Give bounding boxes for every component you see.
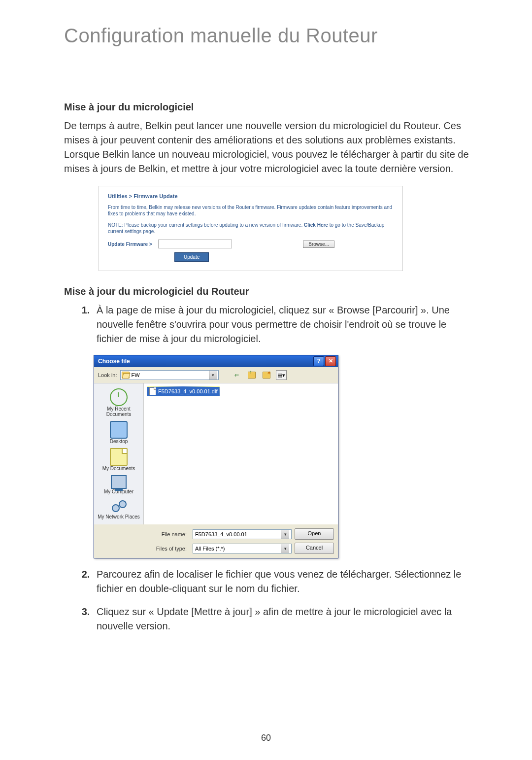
dialog-title: Choose file bbox=[98, 358, 130, 365]
file-list[interactable]: F5D7633_4_v0.00.01.dlf bbox=[144, 383, 338, 524]
documents-icon bbox=[110, 448, 128, 466]
network-icon bbox=[111, 498, 127, 514]
steps-list-cont: Parcourez afin de localiser le fichier q… bbox=[64, 567, 473, 633]
place-my-recent-documents[interactable]: My Recent Documents bbox=[97, 388, 141, 417]
place-my-network-places[interactable]: My Network Places bbox=[97, 498, 141, 519]
step-2: Parcourez afin de localiser le fichier q… bbox=[93, 567, 473, 596]
folder-icon bbox=[122, 372, 130, 379]
file-dialog: Choose file ? ✕ Look in: FW ▾ ⇐ ↑ ✶ ▤▾ bbox=[94, 355, 338, 558]
place-desktop[interactable]: Desktop bbox=[97, 421, 141, 444]
chevron-down-icon: ▾ bbox=[209, 371, 217, 380]
place-my-computer[interactable]: My Computer bbox=[97, 475, 141, 494]
breadcrumb: Utilities > Firmware Update bbox=[108, 193, 394, 199]
browse-button[interactable]: Browse... bbox=[303, 241, 334, 248]
file-icon bbox=[149, 387, 156, 395]
fw-note-pre: NOTE: Please backup your current setting… bbox=[108, 222, 304, 228]
firmware-file-input[interactable] bbox=[158, 240, 232, 248]
page-title: Configuration manuelle du Routeur bbox=[64, 25, 473, 47]
dialog-toolbar: Look in: FW ▾ ⇐ ↑ ✶ ▤▾ bbox=[94, 367, 338, 383]
filename-value: F5D7633_4_v0.00.01 bbox=[195, 531, 281, 537]
lookin-label: Look in: bbox=[98, 372, 117, 378]
new-folder-icon[interactable]: ✶ bbox=[261, 370, 272, 380]
open-button[interactable]: Open bbox=[295, 528, 334, 540]
lookin-select[interactable]: FW ▾ bbox=[120, 370, 219, 380]
place-label: My Recent Documents bbox=[97, 406, 141, 417]
section1-heading: Mise à jour du micrologiciel bbox=[64, 102, 473, 113]
up-one-level-icon[interactable]: ↑ bbox=[246, 370, 257, 380]
place-label: My Network Places bbox=[98, 514, 140, 519]
step-3: Cliquez sur « Update [Mettre à jour] » a… bbox=[93, 605, 473, 633]
desktop-icon bbox=[110, 421, 128, 439]
chevron-down-icon: ▾ bbox=[281, 544, 289, 553]
lookin-value: FW bbox=[132, 372, 140, 378]
dialog-titlebar: Choose file ? ✕ bbox=[94, 355, 338, 367]
close-button[interactable]: ✕ bbox=[325, 356, 336, 366]
filetype-select[interactable]: All Files (*.*) ▾ bbox=[193, 544, 292, 553]
update-button[interactable]: Update bbox=[174, 252, 209, 262]
section2-heading: Mise à jour du micrologiciel du Routeur bbox=[64, 286, 473, 297]
page-number: 60 bbox=[0, 733, 532, 743]
fw-description: From time to time, Belkin may release ne… bbox=[108, 204, 394, 217]
place-my-documents[interactable]: My Documents bbox=[97, 448, 141, 471]
file-name: F5D7633_4_v0.00.01.dlf bbox=[158, 388, 217, 394]
filetype-label: Files of type: bbox=[150, 546, 190, 552]
firmware-panel: Utilities > Firmware Update From time to… bbox=[99, 186, 403, 271]
help-button[interactable]: ? bbox=[313, 356, 324, 366]
filename-input[interactable]: F5D7633_4_v0.00.01 ▾ bbox=[193, 529, 292, 539]
computer-icon bbox=[111, 475, 127, 489]
step-1: À la page de mise à jour du micrologicie… bbox=[93, 303, 473, 346]
section1-para: De temps à autre, Belkin peut lancer une… bbox=[64, 119, 473, 176]
title-rule bbox=[64, 52, 473, 52]
steps-list: À la page de mise à jour du micrologicie… bbox=[64, 303, 473, 346]
fw-click-here-link[interactable]: Click Here bbox=[304, 222, 328, 228]
filetype-value: All Files (*.*) bbox=[195, 546, 281, 552]
cancel-button[interactable]: Cancel bbox=[295, 543, 334, 554]
fw-note: NOTE: Please backup your current setting… bbox=[108, 222, 394, 235]
place-label: Desktop bbox=[110, 439, 128, 444]
update-firmware-label: Update Firmware > bbox=[108, 242, 152, 247]
recent-icon bbox=[110, 388, 128, 406]
file-item-selected[interactable]: F5D7633_4_v0.00.01.dlf bbox=[147, 386, 220, 396]
place-label: My Documents bbox=[102, 466, 135, 471]
chevron-down-icon: ▾ bbox=[281, 530, 289, 539]
back-icon[interactable]: ⇐ bbox=[232, 370, 242, 380]
filename-label: File name: bbox=[150, 531, 190, 537]
views-icon[interactable]: ▤▾ bbox=[276, 370, 287, 380]
places-bar: My Recent Documents Desktop My Documents… bbox=[94, 383, 144, 524]
